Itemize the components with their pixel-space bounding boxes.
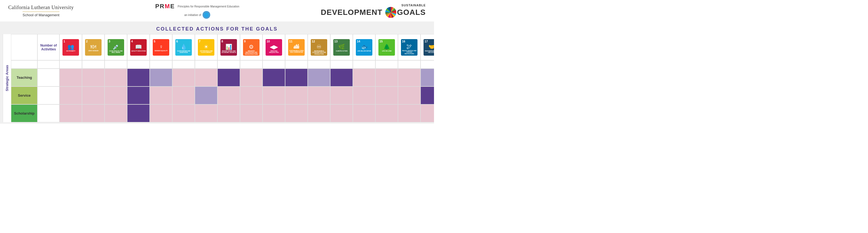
count-cell: [82, 60, 104, 68]
count-cell: [127, 60, 150, 68]
data-cell: [240, 68, 262, 86]
data-cell: [172, 105, 195, 122]
main-content: COLLECTED ACTIONS FOR THE GOALS Strategi…: [0, 22, 434, 124]
data-cell: [330, 68, 353, 86]
data-cell: [59, 105, 82, 122]
sdg-icon-3: 3💉GOOD HEALTH AND WELL-BEING: [104, 34, 127, 60]
row-labels: Teaching Service Scholarship: [11, 34, 37, 122]
data-cell: [82, 105, 104, 122]
sdg-line2: DEVELOPMENT GOALS: [321, 7, 426, 18]
data-cell: [375, 105, 398, 122]
data-cell: [262, 105, 285, 122]
strategic-areas-label: Strategic Areas: [3, 34, 11, 122]
data-cell: [195, 86, 217, 105]
service-row: [37, 86, 434, 105]
sdg-icon-5: 5♀GENDER EQUALITY: [150, 34, 172, 60]
sdg-icon-12: 12♾RESPONSIBLE CONSUMPTION AND PRODUCTIO…: [308, 34, 330, 60]
data-cell: [195, 105, 217, 122]
data-cell: [353, 68, 375, 86]
data-rows: [37, 68, 434, 122]
sdg-wheel-icon: [385, 7, 396, 18]
data-table: Strategic Areas Teaching Service Scholar…: [3, 34, 431, 122]
data-cell: [217, 68, 240, 86]
data-cell: [172, 68, 195, 86]
count-cell: [398, 60, 421, 68]
scholarship-row: [37, 105, 434, 122]
count-cell: [104, 60, 127, 68]
section-title: COLLECTED ACTIONS FOR THE GOALS: [3, 23, 431, 34]
data-cell: [330, 86, 353, 105]
count-cell: [195, 60, 217, 68]
sdg-icon-16: 16🕊PEACE JUSTICE AND STRONG INSTITUTIONS: [398, 34, 421, 60]
data-cell: [285, 105, 308, 122]
count-row: [37, 60, 434, 68]
prme-description: Principles for Responsible Management Ed…: [178, 5, 240, 8]
sdg-icon-9: 9⚙INDUSTRY INNOVATION AND INFRASTRUCTURE: [240, 34, 262, 60]
data-cell: [127, 105, 150, 122]
data-cell: [421, 105, 434, 122]
data-cell: [104, 68, 127, 86]
data-cell: [308, 105, 330, 122]
sdg-icon-10: 10◀▶REDUCED INEQUALITIES: [262, 34, 285, 60]
school-name: School of Management: [23, 11, 59, 17]
grid-area: Number of Activities 1👥NO POVERTY2🍽ZERO …: [37, 34, 434, 122]
data-cell: [375, 86, 398, 105]
sdg-line1: SUSTAINABLE: [402, 4, 426, 7]
university-logo: California Lutheran University School of…: [8, 5, 74, 17]
un-logo: 🌐: [203, 11, 210, 19]
sdg-icon-1: 1👥NO POVERTY: [59, 34, 82, 60]
data-cell: [217, 86, 240, 105]
teaching-row: [37, 68, 434, 86]
count-cell: [172, 60, 195, 68]
number-of-activities-header: Number of Activities: [37, 34, 59, 60]
data-cell: [59, 86, 82, 105]
sdg-icon-2: 2🍽ZERO HUNGER: [82, 34, 104, 60]
data-cell: [398, 86, 421, 105]
sdg-icon-13: 13🌿CLIMATE ACTION: [330, 34, 353, 60]
data-cell: [150, 105, 172, 122]
data-cell: [127, 86, 150, 105]
data-cell: [127, 68, 150, 86]
data-cell: [308, 68, 330, 86]
data-cell: [262, 86, 285, 105]
data-cell: [285, 86, 308, 105]
count-cell: [262, 60, 285, 68]
sdg-header-row: Number of Activities 1👥NO POVERTY2🍽ZERO …: [37, 34, 434, 60]
data-cell: [398, 68, 421, 86]
data-cell: [59, 68, 82, 86]
data-cell: [240, 86, 262, 105]
data-cell: [172, 86, 195, 105]
teaching-label: Teaching: [11, 68, 37, 86]
sdg-icon-6: 6💧CLEAN WATER AND SANITATION: [172, 34, 195, 60]
count-cell: [375, 60, 398, 68]
data-cell: [240, 105, 262, 122]
sdg-icon-14: 14🐟LIFE BELOW WATER: [353, 34, 375, 60]
data-cell: [150, 68, 172, 86]
sdg-icon-17: 17🤝PARTNERSHIPS FOR THE GOALS: [421, 34, 434, 60]
data-cell: [150, 86, 172, 105]
university-name: California Lutheran University: [8, 5, 74, 10]
count-cell: [421, 60, 434, 68]
sdg-icon-15: 15🌲LIFE ON LAND: [375, 34, 398, 60]
sdg-icon-8: 8📊DECENT WORK AND ECONOMIC GROWTH: [217, 34, 240, 60]
count-cell: [330, 60, 353, 68]
data-cell: [353, 86, 375, 105]
count-cell: [59, 60, 82, 68]
data-cell: [104, 105, 127, 122]
data-cell: [262, 68, 285, 86]
data-cell: [104, 86, 127, 105]
data-cell: [353, 105, 375, 122]
prme-logo: PRME Principles for Responsible Manageme…: [155, 3, 240, 19]
data-cell: [82, 68, 104, 86]
data-cell: [421, 86, 434, 105]
header: California Lutheran University School of…: [0, 0, 434, 22]
count-cell: [308, 60, 330, 68]
data-cell: [375, 68, 398, 86]
service-label: Service: [11, 86, 37, 105]
data-cell: [285, 68, 308, 86]
sdg-logo: SUSTAINABLE DEVELOPMENT GOALS: [321, 4, 426, 18]
data-cell: [308, 86, 330, 105]
count-cell: [217, 60, 240, 68]
count-cell: [240, 60, 262, 68]
data-cell: [195, 68, 217, 86]
